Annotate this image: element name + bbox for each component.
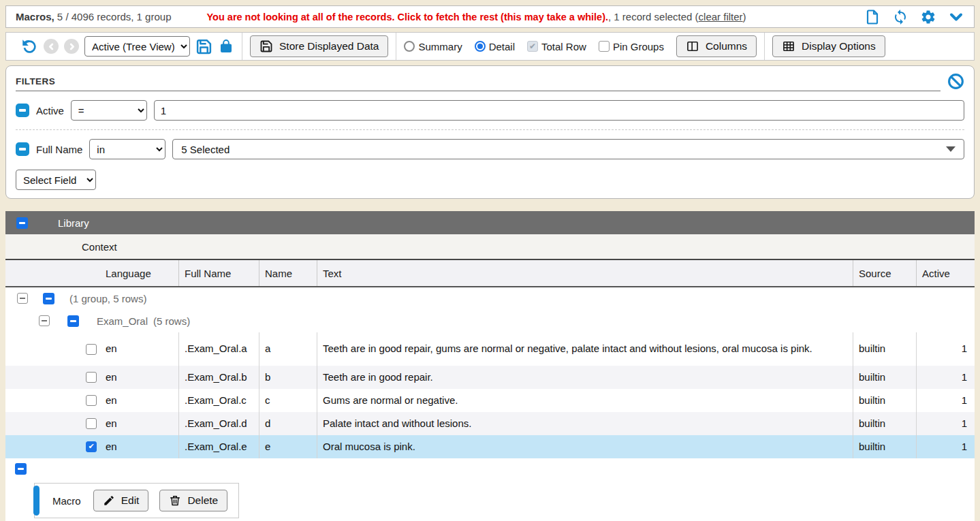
- filter-field-label: Active: [36, 105, 64, 116]
- library-group-bar: Library: [5, 211, 975, 234]
- column-header-active[interactable]: Active: [916, 260, 975, 286]
- total-row-label: Total Row: [541, 41, 586, 52]
- name-value: a: [259, 332, 317, 366]
- columns-button[interactable]: Columns: [676, 35, 757, 57]
- group-row-exam-oral: Exam_Oral (5 rows): [5, 309, 975, 332]
- column-header-full-name[interactable]: Full Name: [178, 260, 259, 286]
- floppy-icon: [259, 40, 273, 53]
- full-name-value: .Exam_Oral.c: [178, 389, 259, 412]
- name-value: e: [259, 435, 317, 458]
- name-value: c: [259, 389, 317, 412]
- full-name-value: .Exam_Oral.a: [178, 332, 259, 366]
- text-value: Teeth are in good repair.: [317, 366, 853, 389]
- nav-forward-icon[interactable]: [64, 39, 79, 54]
- clear-filter-link[interactable]: clear filter: [699, 11, 743, 22]
- column-header-row: Language Full Name Name Text Source Acti…: [5, 260, 975, 287]
- summary-label: Summary: [418, 41, 462, 52]
- filter-row-full-name: Full Name in 5 Selected: [16, 139, 964, 159]
- remove-filter-icon[interactable]: [16, 104, 29, 117]
- summary-radio-pair[interactable]: Summary: [404, 41, 466, 52]
- filter-value-input[interactable]: [154, 100, 964, 121]
- group-toggle-icon[interactable]: [67, 315, 79, 327]
- chevron-down-icon[interactable]: [948, 9, 964, 25]
- multiselect-value: 5 Selected: [181, 144, 230, 155]
- summary-radio[interactable]: [404, 41, 415, 52]
- total-row-checkbox-pair[interactable]: ✔ Total Row: [527, 41, 590, 52]
- filters-header: FILTERS: [16, 73, 964, 91]
- table-row[interactable]: en .Exam_Oral.b b Teeth are in good repa…: [5, 366, 975, 389]
- group-toggle-icon[interactable]: [43, 293, 54, 304]
- grid-icon: [782, 40, 795, 53]
- pin-groups-checkbox-pair[interactable]: Pin Groups: [599, 41, 668, 52]
- detail-radio-pair[interactable]: Detail: [475, 41, 519, 52]
- select-field-dropdown[interactable]: Select Field: [16, 170, 96, 190]
- display-options-button[interactable]: Display Options: [772, 35, 885, 57]
- source-value: builtin: [853, 412, 916, 435]
- detail-label: Detail: [489, 41, 515, 52]
- collapse-group-icon[interactable]: [17, 293, 28, 304]
- table-row[interactable]: en .Exam_Oral.d d Palate intact and with…: [5, 412, 975, 435]
- store-displayed-data-button[interactable]: Store Displayed Data: [250, 35, 388, 57]
- active-value: 1: [916, 366, 975, 389]
- table-row-selected[interactable]: ✔en .Exam_Oral.e e Oral mucosa is pink. …: [5, 435, 975, 458]
- column-header-language[interactable]: Language: [5, 260, 178, 286]
- table-row[interactable]: en .Exam_Oral.c c Gums are normal or neg…: [5, 389, 975, 412]
- clear-filters-icon[interactable]: [947, 73, 964, 91]
- edit-label: Edit: [121, 494, 140, 507]
- context-row: Context: [5, 234, 975, 260]
- row-checkbox-checked[interactable]: ✔: [86, 441, 97, 452]
- dropdown-triangle-icon: [946, 146, 955, 152]
- source-value: builtin: [853, 366, 916, 389]
- page-title: Macros, 5 / 4096 records, 1 group: [16, 11, 171, 22]
- delete-button[interactable]: Delete: [159, 490, 227, 511]
- columns-icon: [686, 40, 699, 53]
- filter-row-active: Active =: [16, 100, 964, 121]
- language-value: en: [106, 343, 117, 356]
- refresh-icon[interactable]: [892, 9, 908, 25]
- text-value: Palate intact and without lesions.: [317, 412, 853, 435]
- column-header-name[interactable]: Name: [259, 260, 317, 286]
- view-select[interactable]: Active (Tree View): [84, 36, 190, 57]
- fetch-rest-warning[interactable]: You are not looking at all of the record…: [206, 12, 608, 22]
- collapse-library-icon[interactable]: [16, 217, 28, 229]
- gear-icon[interactable]: [920, 9, 936, 25]
- display-mode-group: Summary Detail ✔ Total Row Pin Groups Co…: [396, 35, 764, 57]
- row-checkbox[interactable]: [86, 418, 97, 429]
- records-table: Library Context Language Full Name Name …: [5, 211, 975, 521]
- column-header-text[interactable]: Text: [317, 260, 853, 286]
- row-checkbox[interactable]: [86, 395, 97, 406]
- context-label: Context: [82, 241, 117, 253]
- table-row[interactable]: en .Exam_Oral.a a Teeth are in good repa…: [5, 332, 975, 366]
- total-row-checkbox[interactable]: ✔: [527, 41, 538, 52]
- toolbar: Active (Tree View) Store Displayed Data …: [5, 32, 975, 61]
- pin-groups-checkbox[interactable]: [599, 41, 610, 52]
- remove-filter-icon[interactable]: [16, 142, 29, 156]
- row-checkbox[interactable]: [86, 344, 97, 355]
- lock-icon[interactable]: [218, 38, 234, 54]
- trash-icon: [169, 494, 181, 507]
- filter-operator-select[interactable]: in: [89, 139, 165, 159]
- filter-multiselect[interactable]: 5 Selected: [172, 139, 964, 159]
- filter-operator-select[interactable]: =: [71, 100, 147, 121]
- nav-back-icon[interactable]: [44, 39, 59, 54]
- source-value: builtin: [853, 435, 916, 458]
- group-summary-label: (1 group, 5 rows): [69, 293, 146, 304]
- source-value: builtin: [853, 389, 916, 412]
- column-header-source[interactable]: Source: [853, 260, 916, 286]
- text-value: Teeth are in good repair, gums are norma…: [317, 332, 853, 366]
- store-displayed-data-label: Store Displayed Data: [279, 40, 379, 52]
- active-value: 1: [916, 332, 975, 366]
- detail-toggle-icon[interactable]: [15, 463, 27, 475]
- display-options-label: Display Options: [802, 40, 876, 52]
- collapse-group-icon[interactable]: [39, 315, 50, 326]
- top-header-bar: Macros, 5 / 4096 records, 1 group You ar…: [5, 5, 975, 28]
- row-checkbox[interactable]: [86, 372, 97, 383]
- save-view-icon[interactable]: [195, 38, 212, 55]
- pin-groups-label: Pin Groups: [613, 41, 664, 52]
- undo-icon[interactable]: [20, 37, 38, 55]
- detail-radio[interactable]: [475, 41, 486, 52]
- new-page-icon[interactable]: [864, 9, 881, 25]
- edit-button[interactable]: Edit: [93, 490, 149, 511]
- macro-actions-panel: Macro Edit Delete: [34, 483, 239, 518]
- full-name-value: .Exam_Oral.d: [178, 412, 259, 435]
